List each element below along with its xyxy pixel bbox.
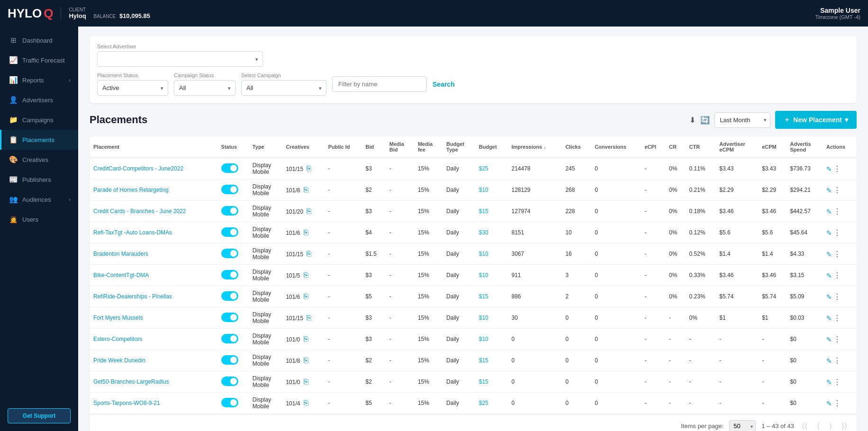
copy-icon[interactable]: ⎘ [307, 250, 311, 258]
more-actions-button[interactable]: ⋮ [833, 377, 842, 386]
edit-button[interactable]: ✎ [826, 272, 832, 279]
last-page-button[interactable]: ⟩⟩ [840, 421, 849, 431]
status-toggle[interactable] [221, 313, 238, 322]
status-toggle[interactable] [221, 206, 238, 216]
get-support-button[interactable]: Get Support [8, 408, 71, 423]
status-toggle[interactable] [221, 398, 238, 407]
more-actions-button[interactable]: ⋮ [833, 399, 842, 408]
status-toggle[interactable] [221, 270, 238, 279]
edit-button[interactable]: ✎ [826, 336, 832, 343]
sidebar-item-creatives[interactable]: 🎨 Creatives [0, 150, 78, 170]
items-per-page-label: Items per page: [681, 422, 723, 430]
status-toggle[interactable] [221, 227, 238, 237]
more-actions-button[interactable]: ⋮ [833, 164, 842, 173]
cell-media-fee: 15% [414, 265, 443, 286]
copy-icon[interactable]: ⎘ [304, 186, 308, 194]
placement-link[interactable]: Fort Myers Mussels [93, 314, 143, 321]
refresh-icon-btn[interactable]: 🔄 [700, 116, 710, 125]
next-page-button[interactable]: ⟩ [827, 421, 834, 431]
status-toggle[interactable] [221, 249, 238, 258]
status-toggle[interactable] [221, 355, 238, 365]
placement-link[interactable]: CreditCard-Competitors - June2022 [93, 165, 183, 172]
edit-button[interactable]: ✎ [826, 357, 832, 365]
cell-bid: $5 [362, 286, 386, 307]
placement-link[interactable]: Credit Cards - Branches - June 2022 [93, 208, 186, 215]
copy-icon[interactable]: ⎘ [304, 292, 308, 300]
copy-icon[interactable]: ⎘ [307, 164, 311, 172]
more-actions-button[interactable]: ⋮ [833, 271, 842, 280]
more-actions-button[interactable]: ⋮ [833, 356, 842, 365]
new-placement-button[interactable]: ＋ New Placement ▾ [775, 111, 857, 129]
select-campaign-select[interactable]: All [241, 80, 326, 96]
sidebar-item-advertisers[interactable]: 👤 Advertisers [0, 90, 78, 110]
more-actions-button[interactable]: ⋮ [833, 314, 842, 323]
placement-link[interactable]: Bradenton Marauders [93, 251, 148, 257]
sidebar-item-placements[interactable]: 📋 Placements [0, 130, 78, 150]
first-page-button[interactable]: ⟨⟨ [800, 421, 809, 431]
cell-media-fee: 15% [414, 180, 443, 201]
placement-link[interactable]: Sports-Tarpons-WO8-9-21 [93, 400, 160, 406]
copy-icon[interactable]: ⎘ [307, 314, 311, 322]
sidebar-item-reports[interactable]: 📊 Reports › [0, 70, 78, 90]
edit-button[interactable]: ✎ [826, 400, 832, 407]
cell-ecpi: - [641, 286, 665, 307]
cell-type: DisplayMobile [249, 371, 282, 393]
prev-page-button[interactable]: ⟨ [815, 421, 822, 431]
more-actions-button[interactable]: ⋮ [833, 186, 842, 195]
cell-budget: $10 [475, 180, 508, 201]
filter-by-name-input[interactable] [332, 76, 427, 92]
status-toggle[interactable] [221, 377, 238, 386]
placement-link[interactable]: Get50-Branches-LargeRadius [93, 378, 169, 385]
search-button[interactable]: Search [433, 81, 455, 88]
sidebar-item-traffic-forecast[interactable]: 📈 Traffic Forecast [0, 50, 78, 70]
cell-creatives: 101/5 ⎘ [282, 265, 324, 286]
more-actions-button[interactable]: ⋮ [833, 335, 842, 344]
download-icon-btn[interactable]: ⬇ [689, 116, 696, 125]
more-actions-button[interactable]: ⋮ [833, 292, 842, 301]
date-filter-select[interactable]: Last Month This Month Last 7 Days Last 3… [714, 112, 770, 128]
edit-button[interactable]: ✎ [826, 165, 832, 173]
edit-button[interactable]: ✎ [826, 208, 832, 216]
copy-icon[interactable]: ⎘ [304, 228, 308, 236]
placement-status-select[interactable]: Active Inactive All [97, 80, 168, 96]
sidebar-item-publishers[interactable]: 📰 Publishers [0, 170, 78, 189]
status-toggle[interactable] [221, 163, 238, 173]
table-body: CreditCard-Competitors - June2022 Displa… [90, 158, 857, 414]
placement-link[interactable]: Pride Week Dunedin [93, 357, 145, 364]
campaign-status-select-wrap: All Active Inactive [174, 80, 235, 96]
placement-link[interactable]: RefiRide-Dealerships - Pinellas [93, 293, 172, 300]
placement-link[interactable]: Parade of Homes Retargeting [93, 187, 169, 193]
edit-button[interactable]: ✎ [826, 314, 832, 322]
edit-button[interactable]: ✎ [826, 293, 832, 301]
advertiser-select[interactable] [97, 51, 263, 67]
more-actions-button[interactable]: ⋮ [833, 250, 842, 259]
edit-button[interactable]: ✎ [826, 251, 832, 258]
cell-placement-name: Get50-Branches-LargeRadius [90, 371, 217, 393]
edit-button[interactable]: ✎ [826, 229, 832, 237]
more-actions-button[interactable]: ⋮ [833, 207, 842, 216]
edit-button[interactable]: ✎ [826, 378, 832, 386]
copy-icon[interactable]: ⎘ [304, 271, 308, 279]
sidebar-item-dashboard[interactable]: ⊞ Dashboard [0, 30, 78, 50]
copy-icon[interactable]: ⎘ [304, 377, 308, 386]
edit-button[interactable]: ✎ [826, 187, 832, 194]
cell-type: DisplayMobile [249, 329, 282, 350]
page-size-select[interactable]: 10 25 50 100 [729, 420, 756, 431]
copy-icon[interactable]: ⎘ [304, 335, 308, 343]
copy-icon[interactable]: ⎘ [304, 399, 308, 407]
placement-link[interactable]: Estero-Competitors [93, 336, 142, 342]
cell-advertiser-spend: $3.15 [787, 265, 823, 286]
copy-icon[interactable]: ⎘ [304, 356, 308, 364]
placement-link[interactable]: Refi-TaxTgt -Auto Loans-DMAs [93, 229, 172, 236]
cell-media-bid: - [386, 286, 414, 307]
status-toggle[interactable] [221, 185, 238, 194]
campaign-status-select[interactable]: All Active Inactive [174, 80, 235, 96]
placement-link[interactable]: Bike-ContentTgt-DMA [93, 272, 149, 278]
status-toggle[interactable] [221, 291, 238, 301]
sidebar-item-audiences[interactable]: 👥 Audiences › [0, 189, 78, 209]
copy-icon[interactable]: ⎘ [307, 207, 311, 215]
more-actions-button[interactable]: ⋮ [833, 228, 842, 237]
sidebar-item-users[interactable]: 🙍 Users [0, 209, 78, 229]
sidebar-item-campaigns[interactable]: 📁 Campaigns [0, 110, 78, 130]
status-toggle[interactable] [221, 334, 238, 343]
